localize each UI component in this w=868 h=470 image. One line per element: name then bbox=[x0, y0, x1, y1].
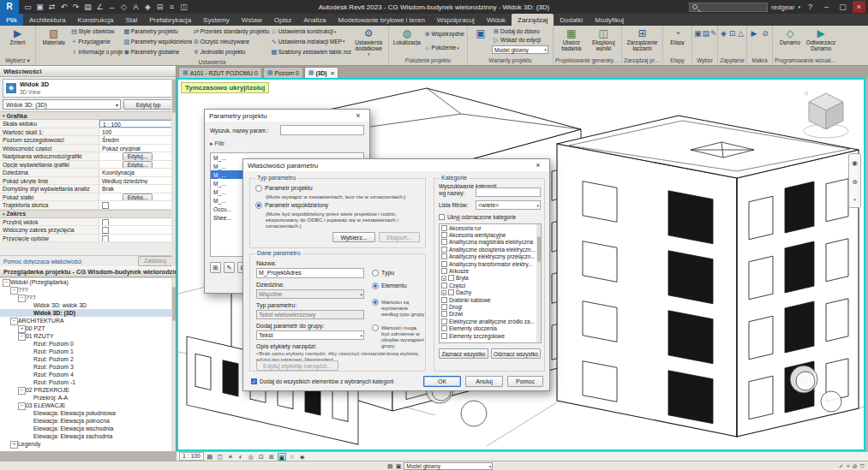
browser-item[interactable]: Widoki (Przeglądarka) bbox=[0, 278, 176, 286]
dynamo-button[interactable]: ◇ Dynamo bbox=[775, 27, 805, 55]
dynamo-player-button[interactable]: ▶ Odtwarzacz Dynamo bbox=[805, 27, 836, 55]
project-parameter-radio[interactable] bbox=[255, 185, 262, 192]
save-icon[interactable]: ▣ bbox=[34, 2, 45, 13]
browser-item[interactable]: 02 PRZEKROJE bbox=[0, 386, 176, 394]
apply-button[interactable]: Zastosuj bbox=[138, 256, 172, 266]
tree-expand-icon[interactable] bbox=[10, 287, 16, 293]
expand-icon[interactable]: + bbox=[441, 290, 446, 295]
category-checkbox[interactable] bbox=[441, 225, 447, 231]
browser-item[interactable]: Rzut: Poziom 0 bbox=[0, 340, 176, 348]
category-checkbox[interactable] bbox=[441, 283, 447, 289]
project-units-button[interactable]: #Jednostki projektu▾ bbox=[192, 47, 270, 56]
categories-scrollbar[interactable] bbox=[536, 224, 541, 342]
tag-icon[interactable]: ◇ bbox=[118, 2, 129, 13]
category-checkbox[interactable] bbox=[441, 325, 447, 331]
category-row[interactable]: + Elektryczne analityczne źródło za... bbox=[440, 318, 541, 324]
materials-button[interactable]: ▧ Materiały bbox=[38, 27, 70, 57]
tree-expand-icon[interactable] bbox=[18, 387, 24, 393]
tree-expand-icon[interactable] bbox=[26, 310, 32, 316]
group-label-wybierz[interactable]: Wybierz ▾ bbox=[0, 56, 35, 65]
text-icon[interactable]: A bbox=[130, 2, 141, 13]
ribbon-tab[interactable]: Zarządzaj bbox=[512, 14, 554, 26]
worksets-icon[interactable]: ▤ bbox=[387, 463, 393, 470]
category-row[interactable]: + Analityczny transformator elektry... bbox=[440, 260, 541, 267]
ribbon-tab[interactable]: Modelowanie bryłowe i teren bbox=[332, 14, 430, 26]
category-row[interactable]: + Drzwi bbox=[440, 311, 541, 318]
ribbon-tab[interactable]: Wstaw bbox=[236, 14, 268, 26]
select-by-id-icon[interactable]: ⊡ bbox=[728, 27, 736, 40]
revit-app-menu-icon[interactable]: R bbox=[0, 0, 19, 14]
sync-icon[interactable]: ⇄ bbox=[46, 2, 57, 13]
browser-item[interactable]: Rzut: Poziom 2 bbox=[0, 355, 176, 363]
exclude-options-icon[interactable]: ⊘ bbox=[853, 463, 858, 470]
sun-path-icon[interactable]: ☀ bbox=[226, 453, 235, 461]
maximize-button[interactable]: ▢ bbox=[836, 1, 849, 13]
pick-to-edit-button[interactable]: ▷Wskaż do edycji bbox=[492, 36, 548, 45]
aligned-dimension-icon[interactable]: ↔ bbox=[106, 2, 117, 13]
ok-button[interactable]: OK bbox=[423, 376, 461, 387]
browser-item[interactable]: Elewacja: Elewacja zachodnia bbox=[0, 432, 176, 440]
modify-button[interactable]: ▶ Zmień bbox=[2, 27, 33, 55]
tree-expand-icon[interactable] bbox=[26, 341, 32, 347]
category-checkbox[interactable] bbox=[441, 261, 447, 267]
ribbon-tab[interactable]: Konstrukcja bbox=[72, 14, 120, 26]
navigation-bar[interactable]: ◉ ⊕ ▾ bbox=[848, 153, 861, 208]
browser-item[interactable]: 03 ELEWACJE bbox=[0, 402, 176, 409]
select-shared-button[interactable]: Wybierz... bbox=[332, 232, 375, 242]
full-navigation-wheel-icon[interactable]: ◉ bbox=[852, 159, 858, 167]
navbar-chevron-icon[interactable]: ▾ bbox=[853, 197, 856, 202]
edit-parameter-icon[interactable]: ✎ bbox=[224, 262, 235, 273]
macro-manager-icon[interactable]: ▶ bbox=[749, 27, 759, 40]
explore-outcomes-button[interactable]: ◫ Eksploruj wyniki bbox=[588, 27, 620, 55]
ribbon-tab[interactable]: Widok bbox=[481, 14, 512, 26]
category-row[interactable]: + Analityczna magistrala elektryczna bbox=[440, 239, 541, 246]
add-to-all-elements-checkbox[interactable] bbox=[251, 378, 257, 384]
minimize-button[interactable]: – bbox=[820, 1, 833, 13]
category-row[interactable]: + Analityczne obciążenia elektryczn... bbox=[440, 246, 541, 253]
group-label-generatywne[interactable]: Projektowanie generatywne bbox=[554, 56, 621, 65]
crop-region-icon[interactable]: ⊞ bbox=[267, 453, 276, 461]
analytical-model-icon[interactable]: ◈ bbox=[298, 453, 307, 461]
view-tab-close-icon[interactable]: × bbox=[331, 69, 335, 77]
browser-item[interactable]: 00 PZT bbox=[0, 324, 176, 332]
browser-item[interactable]: Widok 3D: widok 3D bbox=[0, 301, 176, 309]
ribbon-tab[interactable]: Plik bbox=[0, 14, 23, 26]
project-browser-header[interactable]: Przeglądarka projektu - CG Wisdom-budyne… bbox=[0, 266, 176, 277]
cancel-button[interactable]: Anuluj bbox=[465, 376, 503, 387]
detail-level-icon[interactable]: ▤ bbox=[206, 453, 214, 461]
shadows-icon[interactable]: ◐ bbox=[236, 453, 245, 461]
switch-windows-icon[interactable]: ◫ bbox=[178, 2, 189, 13]
tree-expand-icon[interactable] bbox=[26, 302, 32, 308]
browser-item[interactable]: Rzut: Poziom 4 bbox=[0, 371, 176, 378]
tree-expand-icon[interactable] bbox=[26, 372, 32, 378]
warnings-icon[interactable]: △ bbox=[737, 27, 745, 40]
tree-expand-icon[interactable] bbox=[10, 441, 16, 447]
browser-item[interactable]: 01 RZUTY bbox=[0, 332, 176, 340]
parameter-name-input[interactable]: M_ProjektAdres bbox=[256, 268, 364, 278]
temporary-hide-isolate-icon[interactable]: ▣ bbox=[278, 453, 286, 461]
ribbon-tab[interactable]: Opisz bbox=[268, 14, 297, 26]
tree-expand-icon[interactable] bbox=[26, 379, 32, 385]
ribbon-tab[interactable]: Modyfikuj bbox=[589, 14, 630, 26]
category-checkbox[interactable] bbox=[441, 318, 447, 324]
close-icon[interactable]: × bbox=[351, 111, 365, 120]
category-search-input[interactable] bbox=[476, 187, 541, 197]
tree-expand-icon[interactable] bbox=[26, 433, 32, 439]
status-design-option-dropdown[interactable]: Model główny bbox=[404, 462, 493, 470]
filter-expander[interactable]: ▸ Filtr bbox=[210, 140, 224, 147]
group-label-warianty[interactable]: Warianty projektu bbox=[468, 56, 553, 65]
check-all-button[interactable]: Zaznacz wszystko bbox=[439, 348, 488, 359]
visual-style-icon[interactable]: ◫ bbox=[216, 453, 224, 461]
group-label-ustawienia[interactable]: Ustawienia bbox=[36, 57, 388, 65]
thin-lines-icon[interactable]: ≡ bbox=[166, 2, 177, 13]
instance-radio[interactable] bbox=[372, 283, 379, 289]
zoom-icon[interactable]: ⊕ bbox=[852, 178, 858, 186]
parameter-type-field[interactable]: Tekst wielowierszowy bbox=[256, 310, 364, 319]
transfer-project-standards-button[interactable]: ⇄Przenieś standardy projektu▾ bbox=[192, 27, 270, 36]
category-checkbox[interactable] bbox=[448, 275, 454, 281]
add-to-set-button[interactable]: ⊞Dodaj do zbioru bbox=[492, 27, 548, 36]
browser-item[interactable]: Widok 3D: (3D) bbox=[0, 309, 176, 317]
browser-item[interactable]: Rzut: Poziom 3 bbox=[0, 363, 176, 371]
open-file-icon[interactable]: ▭ bbox=[22, 2, 33, 13]
purge-unused-button[interactable]: ⊘Oczyść nieużywane▾ bbox=[192, 37, 270, 45]
